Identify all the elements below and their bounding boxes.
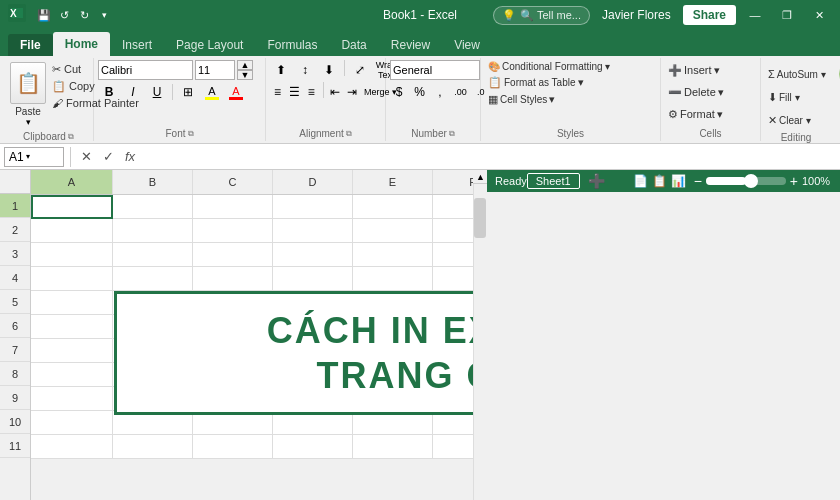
row-number-10[interactable]: 10 <box>0 410 30 434</box>
cell-d2[interactable] <box>273 219 353 243</box>
comma-button[interactable]: , <box>431 82 449 102</box>
cell-e4[interactable] <box>353 267 433 291</box>
undo-icon[interactable]: ↺ <box>56 7 72 23</box>
cell-a5[interactable] <box>31 291 113 315</box>
row-number-4[interactable]: 4 <box>0 266 30 290</box>
cell-a3[interactable] <box>31 243 113 267</box>
close-button[interactable]: ✕ <box>806 5 832 25</box>
zoom-out-icon[interactable]: − <box>694 173 702 189</box>
cell-e1[interactable] <box>353 195 433 219</box>
row-number-2[interactable]: 2 <box>0 218 30 242</box>
cell-f2[interactable] <box>433 219 473 243</box>
fill-color-button[interactable]: A <box>201 82 223 102</box>
vertical-scrollbar[interactable]: ▲ <box>473 170 487 500</box>
fill-button[interactable]: ⬇ Fill ▾ <box>765 87 803 107</box>
zoom-in-icon[interactable]: + <box>790 173 798 189</box>
row-number-8[interactable]: 8 <box>0 362 30 386</box>
alignment-expand-icon[interactable]: ⧉ <box>346 129 352 139</box>
format-as-table-button[interactable]: 📋 Format as Table ▾ <box>485 75 587 90</box>
tab-page-layout[interactable]: Page Layout <box>164 34 255 56</box>
tell-me-box[interactable]: 💡 🔍 Tell me... <box>493 6 590 25</box>
cell-d4[interactable] <box>273 267 353 291</box>
cell-d3[interactable] <box>273 243 353 267</box>
dec-inc-button[interactable]: .00 <box>451 82 469 102</box>
format-cells-button[interactable]: ⚙ Format ▾ <box>665 104 756 124</box>
tab-insert[interactable]: Insert <box>110 34 164 56</box>
conditional-formatting-button[interactable]: 🎨 Conditional Formatting ▾ <box>485 60 613 73</box>
row-number-5[interactable]: 5 <box>0 290 30 314</box>
scroll-thumb[interactable] <box>474 198 486 238</box>
redo-icon[interactable]: ↻ <box>76 7 92 23</box>
scroll-up-button[interactable]: ▲ <box>473 170 487 184</box>
bottom-align-button[interactable]: ⬇ <box>318 60 340 80</box>
delete-cells-button[interactable]: ➖ Delete ▾ <box>665 82 756 102</box>
cancel-formula-icon[interactable]: ✕ <box>77 148 95 166</box>
font-size-decrease-button[interactable]: ▼ <box>237 70 253 80</box>
cell-d1[interactable] <box>273 195 353 219</box>
cell-reference-box[interactable]: A1 ▾ <box>4 147 64 167</box>
middle-align-button[interactable]: ↕ <box>294 60 316 80</box>
tab-home[interactable]: Home <box>53 32 110 56</box>
cell-b1[interactable] <box>113 195 193 219</box>
col-header-f[interactable]: F <box>433 170 473 194</box>
tab-data[interactable]: Data <box>329 34 378 56</box>
formula-input[interactable] <box>143 147 836 167</box>
right-align-button[interactable]: ≡ <box>304 82 319 102</box>
add-sheet-icon[interactable]: ➕ <box>588 173 605 189</box>
indent-inc-button[interactable]: ⇥ <box>344 82 359 102</box>
clipboard-expand-icon[interactable]: ⧉ <box>68 132 74 142</box>
cell-f1[interactable] <box>433 195 473 219</box>
percent-button[interactable]: % <box>410 82 428 102</box>
font-name-select[interactable]: Calibri <box>98 60 193 80</box>
minimize-button[interactable]: — <box>742 5 768 25</box>
zoom-slider[interactable] <box>706 177 786 185</box>
indent-dec-button[interactable]: ⇤ <box>327 82 342 102</box>
cell-styles-button[interactable]: ▦ Cell Styles ▾ <box>485 92 558 107</box>
orientation-button[interactable]: ⤢ <box>349 60 371 80</box>
confirm-formula-icon[interactable]: ✓ <box>99 148 117 166</box>
currency-button[interactable]: $ <box>390 82 408 102</box>
insert-cells-button[interactable]: ➕ Insert ▾ <box>665 60 756 80</box>
cell-f4[interactable] <box>433 267 473 291</box>
page-break-view-icon[interactable]: 📊 <box>671 174 686 188</box>
normal-view-icon[interactable]: 📄 <box>633 174 648 188</box>
cell-e5[interactable] <box>353 291 433 315</box>
clear-button[interactable]: ✕ Clear ▾ <box>765 110 814 130</box>
fx-icon[interactable]: fx <box>121 148 139 166</box>
number-expand-icon[interactable]: ⧉ <box>449 129 455 139</box>
italic-button[interactable]: I <box>122 82 144 102</box>
cell-c3[interactable] <box>193 243 273 267</box>
cell-c2[interactable] <box>193 219 273 243</box>
col-header-a[interactable]: A <box>31 170 113 194</box>
top-align-button[interactable]: ⬆ <box>270 60 292 80</box>
font-expand-icon[interactable]: ⧉ <box>188 129 194 139</box>
col-header-d[interactable]: D <box>273 170 353 194</box>
underline-button[interactable]: U <box>146 82 168 102</box>
cell-e3[interactable] <box>353 243 433 267</box>
save-icon[interactable]: 💾 <box>36 7 52 23</box>
row-number-11[interactable]: 11 <box>0 434 30 458</box>
tab-file[interactable]: File <box>8 34 53 56</box>
border-button[interactable]: ⊞ <box>177 82 199 102</box>
col-header-b[interactable]: B <box>113 170 193 194</box>
tab-view[interactable]: View <box>442 34 492 56</box>
cell-f3[interactable] <box>433 243 473 267</box>
page-layout-view-icon[interactable]: 📋 <box>652 174 667 188</box>
left-align-button[interactable]: ≡ <box>270 82 285 102</box>
row-number-6[interactable]: 6 <box>0 314 30 338</box>
tab-review[interactable]: Review <box>379 34 442 56</box>
paste-button[interactable]: 📋 Paste ▾ <box>8 60 48 129</box>
font-color-button[interactable]: A <box>225 82 247 102</box>
row-number-9[interactable]: 9 <box>0 386 30 410</box>
maximize-button[interactable]: ❐ <box>774 5 800 25</box>
cell-b5[interactable] <box>113 291 193 315</box>
zoom-thumb[interactable] <box>744 174 758 188</box>
share-button[interactable]: Share <box>683 5 736 25</box>
tab-formulas[interactable]: Formulas <box>255 34 329 56</box>
row-number-1[interactable]: 1 <box>0 194 30 218</box>
bold-button[interactable]: B <box>98 82 120 102</box>
number-format-select[interactable]: General <box>390 60 480 80</box>
row-number-7[interactable]: 7 <box>0 338 30 362</box>
cell-b2[interactable] <box>113 219 193 243</box>
font-size-increase-button[interactable]: ▲ <box>237 60 253 70</box>
